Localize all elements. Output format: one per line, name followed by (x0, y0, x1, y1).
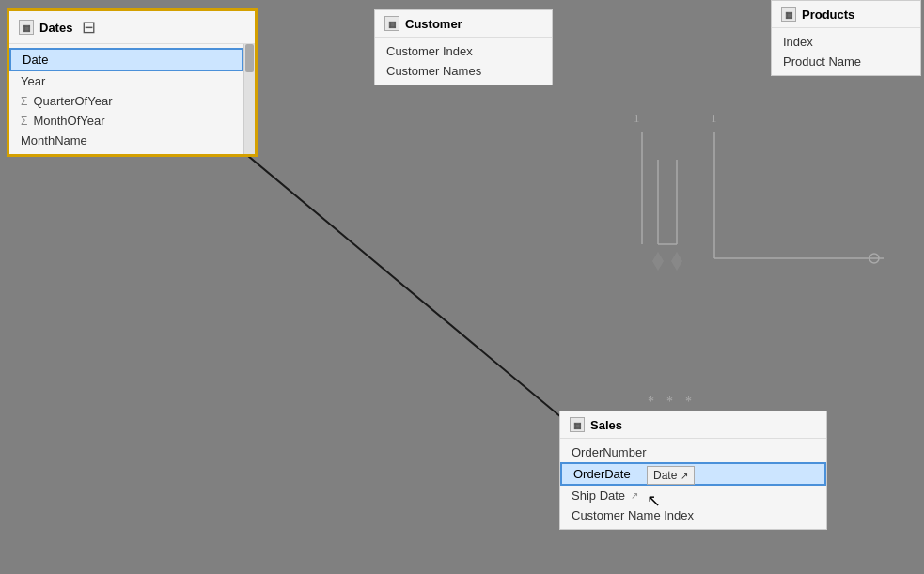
products-table: ▦ Products Index Product Name (771, 0, 921, 76)
products-field-productname[interactable]: Product Name (772, 52, 920, 71)
dates-table-header: ▦ Dates ⊟ (9, 11, 255, 44)
dates-table-title: Dates (39, 21, 72, 35)
products-table-header: ▦ Products (772, 1, 920, 28)
sales-field-shipdate[interactable]: Ship Date ↗ (560, 486, 826, 505)
sales-customernameindex-label: Customer Name Index (572, 508, 694, 522)
external-link-icon-2: ↗ (631, 490, 638, 501)
customer-field-names[interactable]: Customer Names (375, 61, 552, 81)
products-productname-label: Product Name (783, 54, 861, 69)
dates-fields: Date Year Σ QuarterOfYear Σ MonthOfYear … (9, 44, 243, 154)
customer-names-label: Customer Names (386, 64, 481, 78)
monthname-label: MonthName (21, 133, 87, 147)
external-link-icon: ↗ (681, 471, 688, 481)
monthofyear-label: MonthOfYear (33, 114, 104, 128)
year-label: Year (21, 74, 45, 88)
customer-table-header: ▦ Customer (375, 10, 552, 38)
svg-marker-10 (671, 252, 682, 271)
sales-shipdate-label: Ship Date (572, 489, 625, 503)
sales-table-title: Sales (590, 418, 622, 432)
sales-table-header: ▦ Sales (560, 411, 826, 439)
customer-table-title: Customer (405, 17, 462, 31)
dates-scrollbar[interactable] (243, 44, 255, 154)
svg-text:*: * (666, 395, 673, 409)
products-table-title: Products (802, 8, 854, 22)
svg-marker-9 (652, 252, 664, 271)
quarterofyear-label: QuarterOfYear (33, 94, 112, 108)
svg-text:1: 1 (711, 111, 717, 125)
customer-fields: Customer Index Customer Names (375, 38, 552, 85)
date-field-date[interactable]: Date (9, 48, 243, 71)
sales-table: ▦ Sales OrderNumber OrderDate Date ↗ Shi… (559, 411, 827, 530)
date-field-monthofyear[interactable]: Σ MonthOfYear (9, 111, 243, 131)
sales-field-ordernumber[interactable]: OrderNumber (560, 442, 826, 462)
customer-index-label: Customer Index (386, 44, 473, 58)
customer-table: ▦ Customer Customer Index Customer Names (374, 9, 553, 85)
dates-collapse-icon[interactable]: ⊟ (82, 17, 96, 38)
svg-point-14 (869, 254, 879, 263)
customer-field-index[interactable]: Customer Index (375, 41, 552, 61)
products-field-index[interactable]: Index (772, 32, 920, 52)
table-icon: ▦ (19, 20, 34, 35)
sales-field-orderdate[interactable]: OrderDate Date ↗ (560, 462, 826, 486)
sales-fields: OrderNumber OrderDate Date ↗ Ship Date ↗… (560, 439, 826, 529)
products-table-icon: ▦ (781, 7, 796, 22)
dates-scrollbar-thumb (245, 44, 254, 72)
sales-field-customernameindex[interactable]: Customer Name Index (560, 505, 826, 525)
date-field-quarterofyear[interactable]: Σ QuarterOfYear (9, 91, 243, 111)
date-field-year[interactable]: Year (9, 71, 243, 91)
sigma-icon-1: Σ (21, 95, 27, 108)
svg-text:*: * (648, 395, 654, 409)
date-field-monthname[interactable]: MonthName (9, 131, 243, 150)
sales-table-icon: ▦ (570, 417, 585, 432)
sales-orderdate-label: OrderDate (573, 467, 631, 481)
products-fields: Index Product Name (772, 28, 920, 75)
customer-table-icon: ▦ (384, 16, 399, 31)
date-label: Date (23, 53, 48, 67)
sales-ordernumber-label: OrderNumber (572, 445, 646, 459)
products-index-label: Index (783, 35, 813, 49)
orderdate-tooltip: Date ↗ (647, 466, 695, 485)
sigma-icon-2: Σ (21, 115, 27, 128)
svg-text:1: 1 (634, 111, 640, 125)
svg-text:*: * (685, 395, 692, 409)
dates-table: ▦ Dates ⊟ Date Year Σ QuarterOfYear Σ Mo… (8, 9, 257, 156)
